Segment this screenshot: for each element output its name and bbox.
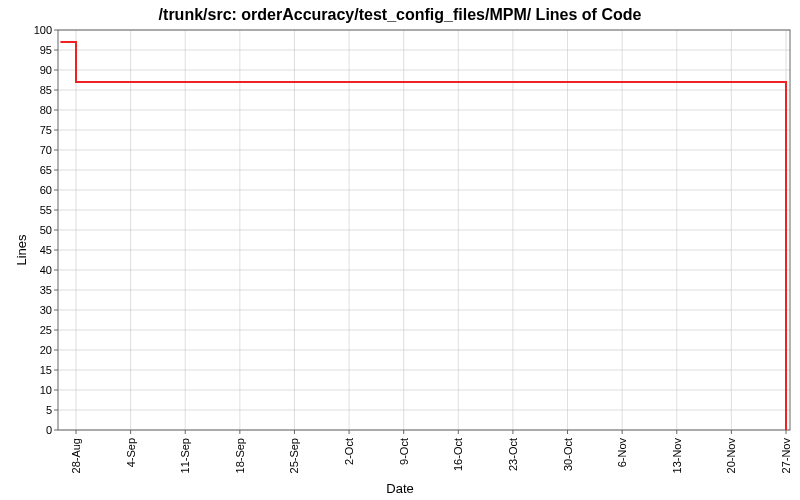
y-tick-label: 20	[40, 344, 52, 356]
chart-container: /trunk/src: orderAccuracy/test_config_fi…	[0, 0, 800, 500]
x-tick-label: 28-Aug	[70, 438, 82, 473]
y-tick-label: 75	[40, 124, 52, 136]
y-tick-label: 90	[40, 64, 52, 76]
x-tick-label: 6-Nov	[616, 438, 628, 468]
y-tick-label: 0	[46, 424, 52, 436]
y-tick-label: 65	[40, 164, 52, 176]
y-tick-label: 55	[40, 204, 52, 216]
y-tick-label: 85	[40, 84, 52, 96]
y-tick-label: 15	[40, 364, 52, 376]
x-tick-label: 9-Oct	[398, 438, 410, 465]
x-tick-label: 20-Nov	[725, 438, 737, 474]
x-tick-label: 23-Oct	[507, 438, 519, 471]
y-tick-label: 80	[40, 104, 52, 116]
x-tick-label: 13-Nov	[671, 438, 683, 474]
x-tick-label: 27-Nov	[780, 438, 792, 474]
y-tick-label: 70	[40, 144, 52, 156]
y-tick-label: 30	[40, 304, 52, 316]
y-tick-label: 50	[40, 224, 52, 236]
y-tick-label: 40	[40, 264, 52, 276]
x-tick-label: 25-Sep	[288, 438, 300, 473]
x-tick-label: 30-Oct	[562, 438, 574, 471]
y-tick-label: 25	[40, 324, 52, 336]
y-tick-label: 5	[46, 404, 52, 416]
chart-plot: 0510152025303540455055606570758085909510…	[0, 0, 800, 500]
y-tick-label: 10	[40, 384, 52, 396]
y-tick-label: 100	[34, 24, 52, 36]
y-tick-label: 45	[40, 244, 52, 256]
x-tick-label: 18-Sep	[234, 438, 246, 473]
series-line	[60, 42, 786, 430]
x-tick-label: 16-Oct	[452, 438, 464, 471]
x-tick-label: 4-Sep	[125, 438, 137, 467]
y-tick-label: 95	[40, 44, 52, 56]
x-tick-label: 11-Sep	[179, 438, 191, 473]
x-tick-label: 2-Oct	[343, 438, 355, 465]
y-tick-label: 60	[40, 184, 52, 196]
y-tick-label: 35	[40, 284, 52, 296]
